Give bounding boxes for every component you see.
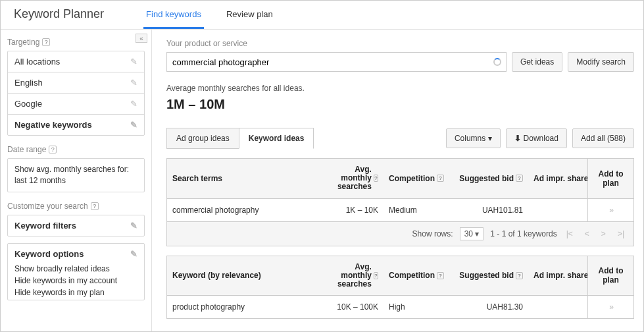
pencil-icon[interactable]: ✎ — [130, 99, 137, 109]
pencil-icon[interactable]: ✎ — [130, 78, 137, 88]
col-avg-monthly[interactable]: Avg. monthly searches? — [318, 256, 384, 296]
app-title: Keyword Planner — [14, 7, 104, 29]
search-terms-table: Search terms Avg. monthly searches? Comp… — [166, 158, 634, 222]
search-input-wrap — [166, 52, 507, 72]
add-all-button[interactable]: Add all (588) — [572, 128, 634, 148]
sidebar: « Targeting ? All locations ✎ English ✎ … — [1, 30, 152, 331]
col-competition[interactable]: Competition? — [384, 256, 449, 296]
sub-tabs: Ad group ideas Keyword ideas — [166, 128, 314, 149]
pager-range: 1 - 1 of 1 keywords — [490, 229, 557, 238]
target-negative-keywords[interactable]: Negative keywords ✎ — [8, 115, 144, 135]
tab-find-keywords[interactable]: Find keywords — [143, 1, 204, 29]
columns-button[interactable]: Columns ▾ — [446, 128, 501, 148]
pencil-icon[interactable]: ✎ — [130, 221, 137, 231]
pager-prev-icon[interactable]: < — [582, 229, 592, 238]
loading-spinner-icon — [493, 58, 501, 66]
table-header: Keyword (by relevance) Avg. monthly sear… — [167, 256, 633, 296]
help-icon[interactable]: ? — [374, 175, 378, 182]
col-add-to-plan: Add to plan — [587, 159, 633, 198]
modify-search-button[interactable]: Modify search — [568, 52, 634, 72]
col-suggested-bid[interactable]: Suggested bid? — [449, 159, 528, 198]
cell-impr — [528, 300, 587, 314]
download-icon: ⬇ — [514, 134, 521, 143]
table-header: Search terms Avg. monthly searches? Comp… — [167, 159, 633, 199]
add-to-plan-button[interactable]: » — [587, 199, 633, 221]
target-language-label: English — [14, 78, 43, 88]
search-row: Get ideas Modify search — [166, 52, 634, 72]
keyword-options-box[interactable]: Keyword options ✎ Show broadly related i… — [7, 243, 145, 300]
keyword-ideas-table: Keyword (by relevance) Avg. monthly sear… — [166, 256, 634, 319]
col-competition[interactable]: Competition? — [384, 159, 449, 198]
targeting-list: All locations ✎ English ✎ Google ✎ Negat… — [7, 51, 145, 136]
target-network[interactable]: Google ✎ — [8, 94, 144, 115]
main-tabs: Find keywords Review plan — [143, 1, 276, 29]
target-locations[interactable]: All locations ✎ — [8, 51, 144, 72]
pencil-icon[interactable]: ✎ — [130, 249, 137, 259]
show-rows-label: Show rows: — [412, 229, 453, 238]
chevron-right-icon: » — [609, 302, 612, 312]
col-suggested-bid[interactable]: Suggested bid? — [449, 256, 528, 296]
date-range-text: Date range — [7, 145, 46, 154]
chevron-down-icon: ▾ — [475, 229, 479, 238]
col-ad-impr[interactable]: Ad impr. share — [528, 256, 587, 296]
target-language[interactable]: English ✎ — [8, 72, 144, 94]
col-ad-impr[interactable]: Ad impr. share — [528, 159, 587, 198]
tab-review-plan[interactable]: Review plan — [224, 1, 276, 29]
pager-last-icon[interactable]: >| — [615, 229, 627, 238]
cell-competition: High — [384, 296, 449, 318]
customize-label: Customize your search ? — [7, 202, 145, 211]
tab-keyword-ideas[interactable]: Keyword ideas — [239, 128, 314, 149]
table-row: product photography 10K – 100K High UAH8… — [167, 296, 633, 318]
cell-searches: 1K – 10K — [318, 199, 384, 221]
collapse-sidebar-button[interactable]: « — [136, 34, 147, 43]
help-icon[interactable]: ? — [437, 175, 444, 182]
col-avg-monthly[interactable]: Avg. monthly searches? — [318, 159, 384, 198]
help-icon[interactable]: ? — [374, 272, 378, 279]
pencil-icon[interactable]: ✎ — [130, 57, 137, 67]
date-range-label: Date range ? — [7, 145, 145, 154]
cell-searches: 10K – 100K — [318, 296, 384, 318]
date-range-box[interactable]: Show avg. monthly searches for: last 12 … — [7, 158, 145, 192]
columns-label: Columns — [455, 134, 485, 143]
table-row: commercial photography 1K – 10K Medium U… — [167, 199, 633, 221]
help-icon[interactable]: ? — [516, 175, 523, 182]
help-icon[interactable]: ? — [437, 272, 444, 279]
pager-next-icon[interactable]: > — [599, 229, 608, 238]
help-icon[interactable]: ? — [49, 146, 57, 153]
search-input[interactable] — [166, 52, 507, 72]
get-ideas-button[interactable]: Get ideas — [512, 52, 562, 72]
cell-term: product photography — [167, 296, 318, 318]
cell-competition: Medium — [384, 199, 449, 221]
download-label: Download — [524, 134, 558, 143]
target-locations-label: All locations — [14, 57, 60, 67]
rows-per-page-select[interactable]: 30 ▾ — [460, 227, 484, 240]
option-sub: Hide keywords in my plan — [8, 288, 144, 300]
keyword-filters-box[interactable]: Keyword filters ✎ — [7, 215, 145, 236]
tab-ad-group-ideas[interactable]: Ad group ideas — [166, 128, 239, 149]
chevron-down-icon: ▾ — [488, 134, 492, 143]
help-icon[interactable]: ? — [516, 272, 523, 279]
help-icon[interactable]: ? — [91, 202, 99, 210]
pager-first-icon[interactable]: |< — [564, 229, 576, 238]
keyword-options-label: Keyword options — [14, 249, 84, 259]
main-content: Your product or service Get ideas Modify… — [152, 30, 643, 331]
add-to-plan-button[interactable]: » — [587, 296, 633, 318]
customize-text: Customize your search — [7, 202, 88, 211]
col-keyword-relevance[interactable]: Keyword (by relevance) — [167, 256, 318, 296]
right-buttons: Columns ▾ ⬇Download Add all (588) — [446, 128, 634, 148]
pencil-icon[interactable]: ✎ — [130, 120, 137, 130]
download-button[interactable]: ⬇Download — [506, 128, 567, 148]
avg-searches-value: 1M – 10M — [166, 97, 634, 112]
col-search-terms[interactable]: Search terms — [167, 159, 318, 198]
topbar: Keyword Planner Find keywords Review pla… — [1, 1, 643, 30]
targeting-label: Targeting ? — [7, 38, 145, 47]
cell-bid: UAH81.30 — [449, 296, 528, 318]
app-container: Keyword Planner Find keywords Review pla… — [0, 0, 644, 332]
targeting-text: Targeting — [7, 38, 39, 47]
ideas-row: Ad group ideas Keyword ideas Columns ▾ ⬇… — [166, 128, 634, 149]
cell-impr — [528, 204, 587, 217]
body: « Targeting ? All locations ✎ English ✎ … — [1, 30, 643, 331]
option-sub: Show broadly related ideas — [8, 264, 144, 276]
help-icon[interactable]: ? — [42, 38, 50, 46]
target-negative-label: Negative keywords — [14, 120, 92, 130]
